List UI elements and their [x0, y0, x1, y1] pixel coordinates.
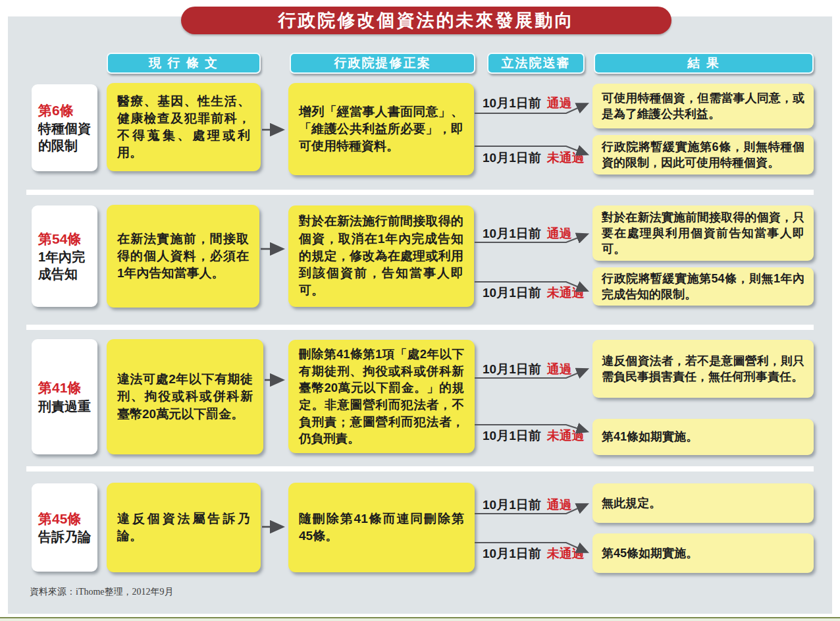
result-fail-box-41: 第41條如期實施。	[592, 419, 814, 455]
article-topic: 1年內完成告知	[38, 248, 92, 283]
branch-date: 10月1日前	[483, 284, 541, 302]
article-number: 第54條	[38, 230, 92, 248]
branch-pass-label: 通過	[547, 497, 572, 514]
branch-pass-54: 10月1日前 通過	[483, 225, 572, 242]
branch-fail-54: 10月1日前 未通過	[483, 284, 585, 302]
source-note: 資料來源：iThome整理，2012年9月	[30, 586, 174, 598]
current-provision-box-45: 違反個資法屬告訴乃論。	[107, 483, 261, 572]
article-topic: 刑責過重	[38, 398, 92, 415]
branch-pass-6: 10月1日前 通過	[483, 95, 572, 112]
article-label-box-41: 第41條 刑責過重	[32, 339, 97, 454]
branch-fail-label: 未通過	[547, 545, 585, 562]
column-header-review: 立法院送審	[487, 53, 585, 74]
branch-fail-label: 未通過	[547, 149, 585, 167]
page-title: 行政院修改個資法的未來發展動向	[278, 9, 575, 32]
branch-fail-label: 未通過	[547, 427, 585, 445]
result-fail-box-54: 行政院將暫緩實施第54條，則無1年內完成告知的限制。	[592, 267, 814, 306]
proposal-box-6: 增列「經當事人書面同意」、「維護公共利益所必要」，即可使用特種資料。	[288, 83, 474, 175]
article-label-box-54: 第54條 1年內完成告知	[32, 205, 97, 307]
article-number: 第41條	[38, 379, 92, 397]
branch-pass-label: 通過	[547, 225, 572, 242]
result-pass-box-6: 可使用特種個資，但需當事人同意，或是為了維護公共利益。	[592, 84, 814, 128]
footer-pale-strip	[0, 618, 840, 621]
row-separator	[26, 190, 814, 195]
title-banner: 行政院修改個資法的未來發展動向	[181, 7, 671, 34]
branch-pass-label: 通過	[547, 95, 572, 112]
article-label-box-45: 第45條 告訴乃論	[32, 483, 97, 572]
article-topic: 告訴乃論	[38, 528, 92, 545]
branch-fail-41: 10月1日前 未通過	[483, 427, 585, 445]
result-pass-box-45: 無此規定。	[592, 483, 814, 523]
column-header-current: 現 行 條 文	[107, 53, 261, 74]
column-header-result: 結 果	[594, 53, 814, 74]
row-separator	[26, 466, 814, 472]
result-fail-box-45: 第45條如期實施。	[592, 533, 814, 573]
branch-date: 10月1日前	[483, 225, 541, 242]
article-number: 第45條	[38, 510, 92, 528]
row-separator	[26, 325, 814, 330]
branch-date: 10月1日前	[483, 361, 541, 378]
branch-date: 10月1日前	[483, 545, 541, 562]
branch-date: 10月1日前	[483, 149, 541, 167]
branch-pass-41: 10月1日前 通過	[483, 361, 572, 378]
current-provision-box-41: 違法可處2年以下有期徒刑、拘役或科或併科新臺幣20萬元以下罰金。	[107, 339, 263, 454]
branch-fail-label: 未通過	[547, 284, 585, 302]
current-provision-box-54: 在新法實施前，間接取得的個人資料，必須在1年內告知當事人。	[107, 205, 259, 308]
result-pass-box-41: 違反個資法者，若不是意圖營利，則只需負民事損害責任，無任何刑事責任。	[592, 340, 814, 398]
article-topic: 特種個資的限制	[38, 120, 92, 154]
result-pass-box-54: 對於在新法實施前間接取得的個資，只要在處理與利用個資前告知當事人即可。	[592, 205, 814, 261]
branch-date: 10月1日前	[483, 497, 541, 514]
proposal-box-54: 對於在新法施行前間接取得的個資，取消在1年內完成告知的規定，修改為在處理或利用到…	[288, 205, 474, 307]
branch-date: 10月1日前	[483, 95, 541, 112]
column-header-proposal: 行政院提修正案	[290, 53, 475, 74]
proposal-box-41: 刪除第41條第1項「處2年以下有期徒刑、拘役或科或併科新臺幣20萬元以下罰金。」…	[288, 340, 475, 453]
branch-fail-6: 10月1日前 未通過	[483, 149, 585, 167]
article-number: 第6條	[38, 101, 92, 120]
article-label-box-6: 第6條 特種個資的限制	[32, 84, 97, 171]
branch-pass-label: 通過	[547, 361, 572, 378]
branch-fail-45: 10月1日前 未通過	[483, 545, 585, 562]
current-provision-box-6: 醫療、基因、性生活、健康檢查及犯罪前科，不得蒐集、處理或利用。	[107, 83, 261, 171]
branch-date: 10月1日前	[483, 427, 541, 445]
proposal-box-45: 隨刪除第41條而連同刪除第45條。	[288, 483, 475, 572]
result-fail-box-6: 行政院將暫緩實施第6條，則無特種個資的限制，因此可使用特種個資。	[592, 135, 814, 175]
branch-pass-45: 10月1日前 通過	[483, 497, 572, 514]
